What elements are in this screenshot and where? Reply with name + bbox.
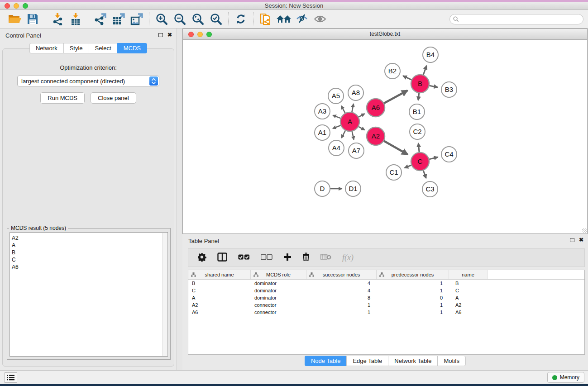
- node-A1[interactable]: A1: [315, 125, 330, 140]
- mcds-result-item[interactable]: A: [12, 242, 167, 249]
- zoom-out-icon[interactable]: [171, 11, 189, 27]
- import-network-icon[interactable]: [48, 11, 67, 27]
- tab-edge-table[interactable]: Edge Table: [346, 356, 388, 366]
- node-B1[interactable]: B1: [409, 104, 425, 119]
- close-table-panel-icon[interactable]: ✖: [579, 238, 583, 242]
- add-column-icon[interactable]: [283, 253, 292, 263]
- edge-B-B3[interactable]: [429, 86, 438, 87]
- node-A4[interactable]: A4: [329, 140, 344, 156]
- svg-text:C: C: [418, 157, 423, 165]
- edge-A2-C[interactable]: [383, 141, 407, 154]
- result-scrollbar[interactable]: [162, 233, 167, 356]
- run-mcds-button[interactable]: Run MCDS: [40, 92, 85, 104]
- delete-column-icon[interactable]: [302, 253, 310, 263]
- column-layout-icon[interactable]: [217, 253, 227, 263]
- node-A5[interactable]: A5: [328, 88, 344, 104]
- save-session-icon[interactable]: [24, 11, 42, 27]
- table-row[interactable]: Adominator80A: [188, 294, 584, 301]
- mcds-result-item[interactable]: A2: [12, 234, 167, 242]
- close-panel-button[interactable]: Close panel: [91, 92, 136, 104]
- edge-B-B4[interactable]: [423, 66, 427, 75]
- node-C4[interactable]: C4: [441, 147, 457, 162]
- column-header-successor-nodes[interactable]: successor nodes: [306, 270, 377, 279]
- search-input[interactable]: [461, 15, 583, 24]
- edge-C-C1[interactable]: [405, 165, 412, 168]
- edge-A-A6[interactable]: [358, 114, 364, 117]
- optimization-criterion-select[interactable]: largest connected component (directed): [17, 76, 159, 86]
- edge-C-C2[interactable]: [418, 143, 419, 153]
- refresh-icon[interactable]: [232, 11, 250, 27]
- export-network-icon[interactable]: [91, 11, 110, 27]
- tab-network-table[interactable]: Network Table: [388, 356, 437, 366]
- table-row[interactable]: Cdominator41C: [188, 287, 584, 294]
- node-A7[interactable]: A7: [349, 143, 364, 158]
- table-row[interactable]: Bdominator41B: [188, 280, 584, 287]
- task-history-button[interactable]: [5, 372, 17, 383]
- select-all-columns-icon[interactable]: [238, 254, 250, 262]
- table-settings-gear-icon[interactable]: [197, 253, 206, 263]
- node-B4[interactable]: B4: [423, 47, 438, 62]
- node-C2[interactable]: C2: [410, 124, 425, 139]
- node-B2[interactable]: B2: [385, 63, 400, 79]
- deselect-all-columns-icon[interactable]: [261, 254, 272, 262]
- node-C3[interactable]: C3: [422, 181, 438, 197]
- import-table-icon[interactable]: [67, 11, 85, 27]
- table-row[interactable]: A6connector11A6: [188, 309, 584, 316]
- node-B[interactable]: B: [411, 75, 429, 93]
- tab-mcds[interactable]: MCDS: [117, 43, 147, 53]
- export-image-icon[interactable]: [128, 11, 146, 27]
- column-header-predecessor-nodes[interactable]: predecessor nodes: [377, 270, 449, 279]
- tab-node-table[interactable]: Node Table: [305, 356, 347, 366]
- column-header-name[interactable]: name: [449, 270, 488, 279]
- export-table-icon[interactable]: [110, 11, 128, 27]
- mcds-result-item[interactable]: A6: [12, 263, 167, 271]
- edge-A-A1[interactable]: [333, 125, 341, 129]
- show-details-eye-icon[interactable]: [311, 11, 329, 27]
- mcds-result-item[interactable]: C: [12, 256, 167, 263]
- open-file-icon[interactable]: [5, 11, 24, 27]
- node-D1[interactable]: D1: [345, 181, 361, 196]
- search-field[interactable]: [449, 14, 583, 24]
- tab-motifs[interactable]: Motifs: [437, 356, 466, 366]
- zoom-in-icon[interactable]: [153, 11, 171, 27]
- node-A2[interactable]: A2: [367, 127, 385, 145]
- hide-details-eye-icon[interactable]: [293, 11, 311, 27]
- edge-A-A7[interactable]: [352, 131, 354, 140]
- svg-text:B1: B1: [413, 108, 421, 115]
- edge-A-A2[interactable]: [358, 126, 364, 130]
- edge-B-B1[interactable]: [418, 93, 419, 100]
- tab-select[interactable]: Select: [89, 43, 117, 53]
- tab-style[interactable]: Style: [63, 43, 89, 53]
- new-network-file-icon[interactable]: [257, 11, 275, 27]
- node-B3[interactable]: B3: [441, 82, 457, 97]
- close-panel-icon[interactable]: ✖: [167, 33, 172, 37]
- zoom-selected-icon[interactable]: [207, 11, 225, 27]
- node-C1[interactable]: C1: [386, 165, 402, 180]
- column-header-shared-name[interactable]: shared name: [188, 270, 251, 279]
- table-row[interactable]: A2connector11A2: [188, 301, 584, 309]
- resize-grip[interactable]: [582, 229, 587, 233]
- mcds-result-item[interactable]: B: [12, 249, 167, 256]
- memory-button[interactable]: Memory: [547, 372, 584, 383]
- node-C[interactable]: C: [411, 152, 429, 171]
- edge-A6-B[interactable]: [384, 91, 408, 103]
- edge-C-C3[interactable]: [423, 170, 426, 178]
- edge-A-A3[interactable]: [333, 115, 341, 119]
- edge-C-C4[interactable]: [429, 157, 438, 159]
- node-A6[interactable]: A6: [367, 99, 385, 117]
- tab-network[interactable]: Network: [29, 43, 63, 53]
- node-A3[interactable]: A3: [315, 104, 330, 119]
- float-table-panel-icon[interactable]: [570, 238, 574, 242]
- node-D[interactable]: D: [315, 181, 330, 196]
- node-A8[interactable]: A8: [348, 85, 363, 100]
- edge-A-A4[interactable]: [342, 130, 346, 138]
- edge-A-A8[interactable]: [352, 104, 354, 112]
- float-panel-icon[interactable]: [158, 33, 163, 37]
- node-A[interactable]: A: [340, 112, 359, 131]
- network-canvas[interactable]: B4B2BB3A8A5A6A3B1AA1C2A2A4A7C4CC1C3DD1: [183, 40, 587, 234]
- home-layouts-icon[interactable]: [275, 11, 293, 27]
- zoom-fit-icon[interactable]: [189, 11, 207, 27]
- edge-B-B2[interactable]: [403, 76, 411, 80]
- edge-A-A5[interactable]: [341, 106, 345, 114]
- column-header-MCDS-role[interactable]: MCDS role: [251, 270, 306, 279]
